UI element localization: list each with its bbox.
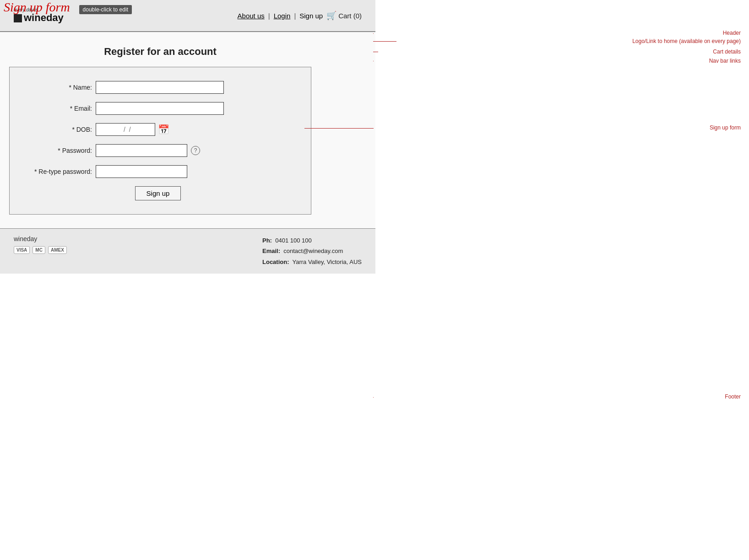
name-row: * Name: bbox=[23, 81, 293, 94]
footer-email: Email: contact@wineday.com bbox=[262, 246, 362, 256]
email-row: * Email: bbox=[23, 102, 293, 115]
signup-btn-row: Sign up bbox=[23, 186, 293, 200]
ann-form: Sign up form bbox=[710, 124, 741, 131]
page-title-bar: Sign up form double-click to edit bbox=[0, 0, 132, 15]
footer-location: Location: Yarra Valley, Victoria, AUS bbox=[262, 257, 362, 267]
page-title: Sign up form bbox=[0, 0, 74, 14]
footer-right: Ph: 0401 100 100 Email: contact@wineday.… bbox=[262, 235, 362, 267]
logo-icon bbox=[14, 14, 22, 22]
payment-icons: VISA MC AMEX bbox=[14, 246, 67, 254]
password-row: * Password: ? bbox=[23, 144, 293, 157]
nav-login[interactable]: Login bbox=[274, 12, 291, 20]
signup-button[interactable]: Sign up bbox=[135, 186, 181, 200]
phone-label: Ph: bbox=[262, 237, 272, 244]
ann-line-form bbox=[304, 128, 374, 129]
calendar-icon[interactable]: 📅 bbox=[158, 124, 169, 135]
nav-bar: About us | Login | Sign up 🛒 Cart (0) bbox=[238, 11, 362, 21]
ann-header: Header bbox=[723, 30, 741, 36]
location-value: Yarra Valley, Victoria, AUS bbox=[293, 258, 362, 265]
main-content: Register for an account * Name: * Email: bbox=[0, 32, 375, 228]
cart-label: Cart (0) bbox=[338, 12, 362, 20]
email-value: contact@wineday.com bbox=[283, 248, 343, 254]
password-label: * Password: bbox=[23, 147, 92, 154]
footer-brand: wineday bbox=[14, 235, 67, 242]
retype-input[interactable] bbox=[96, 165, 187, 178]
footer-left: wineday VISA MC AMEX bbox=[14, 235, 67, 254]
nav-signup[interactable]: Sign up bbox=[299, 12, 323, 20]
left-section: every day is wineday About us | Login | … bbox=[0, 0, 375, 274]
dob-row: * DOB: 📅 bbox=[23, 123, 293, 136]
email-label: * Email: bbox=[23, 105, 92, 112]
ann-nav: Nav bar links bbox=[709, 58, 741, 64]
help-icon[interactable]: ? bbox=[191, 146, 200, 155]
email-label-footer: Email: bbox=[262, 248, 280, 254]
ann-line-footer bbox=[373, 397, 374, 398]
site-footer: wineday VISA MC AMEX Ph: 0401 100 100 Em… bbox=[0, 228, 375, 274]
ann-line-nav bbox=[373, 61, 374, 61]
retype-row: * Re-type password: bbox=[23, 165, 293, 178]
name-input[interactable] bbox=[96, 81, 224, 94]
retype-label: * Re-type password: bbox=[23, 168, 92, 175]
nav-sep-2: | bbox=[294, 12, 296, 20]
ann-logo: Logo/Link to home (available on every pa… bbox=[632, 38, 741, 44]
name-label: * Name: bbox=[23, 84, 92, 91]
register-title: Register for an account bbox=[9, 46, 311, 58]
ann-line-cart bbox=[373, 52, 378, 52]
email-input[interactable] bbox=[96, 102, 224, 115]
signup-form-box: * Name: * Email: * DOB: 📅 bbox=[9, 67, 311, 215]
nav-sep-1: | bbox=[268, 12, 270, 20]
ann-cart: Cart details bbox=[713, 48, 741, 55]
location-label: Location: bbox=[262, 258, 289, 265]
mc-icon: MC bbox=[33, 246, 45, 254]
page-wrapper: Sign up form double-click to edit every … bbox=[0, 0, 749, 560]
page-tooltip: double-click to edit bbox=[79, 5, 132, 14]
ann-footer: Footer bbox=[725, 393, 741, 400]
ann-line-header bbox=[373, 33, 374, 34]
dob-label: * DOB: bbox=[23, 126, 92, 133]
content-wrapper: Register for an account * Name: * Email: bbox=[9, 46, 311, 215]
cart-area[interactable]: 🛒 Cart (0) bbox=[326, 11, 362, 21]
visa-icon: VISA bbox=[14, 246, 30, 254]
password-input[interactable] bbox=[96, 144, 187, 157]
dob-input[interactable] bbox=[96, 123, 155, 136]
ann-line-logo bbox=[373, 41, 396, 42]
cart-icon: 🛒 bbox=[326, 11, 337, 21]
nav-about[interactable]: About us bbox=[238, 12, 265, 20]
dob-wrapper: 📅 bbox=[96, 123, 169, 136]
footer-phone: Ph: 0401 100 100 bbox=[262, 235, 362, 246]
phone-value: 0401 100 100 bbox=[275, 237, 312, 244]
amex-icon: AMEX bbox=[48, 246, 67, 254]
